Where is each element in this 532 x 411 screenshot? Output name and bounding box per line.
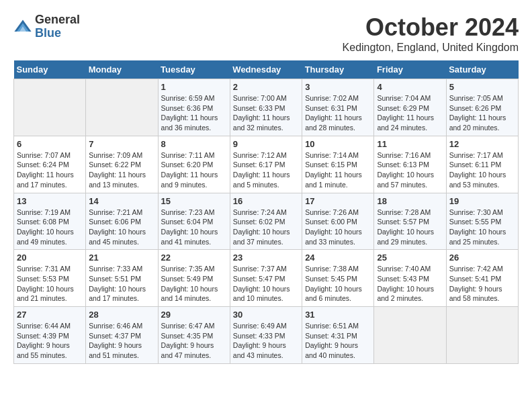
day-info: Sunrise: 7:21 AMSunset: 6:06 PMDaylight:… — [89, 208, 154, 247]
day-number: 12 — [449, 139, 515, 149]
day-number: 21 — [89, 253, 154, 263]
day-info: Sunrise: 6:59 AMSunset: 6:36 PMDaylight:… — [161, 93, 227, 133]
day-number: 14 — [89, 196, 154, 206]
day-number: 8 — [161, 139, 227, 149]
day-info: Sunrise: 7:38 AMSunset: 5:45 PMDaylight:… — [305, 264, 371, 304]
calendar-day-cell: 21Sunrise: 7:33 AMSunset: 5:51 PMDayligh… — [86, 250, 158, 307]
calendar-day-cell: 5Sunrise: 7:05 AMSunset: 6:26 PMDaylight… — [446, 79, 518, 136]
day-number: 18 — [377, 196, 443, 206]
day-number: 31 — [305, 310, 371, 320]
day-number: 5 — [449, 82, 515, 92]
calendar-day-cell — [446, 307, 518, 364]
day-info: Sunrise: 7:30 AMSunset: 5:55 PMDaylight:… — [449, 208, 515, 247]
calendar-day-cell: 30Sunrise: 6:49 AMSunset: 4:33 PMDayligh… — [230, 307, 302, 364]
day-info: Sunrise: 6:46 AMSunset: 4:37 PMDaylight:… — [89, 321, 154, 361]
logo-icon — [13, 17, 32, 36]
day-info: Sunrise: 6:49 AMSunset: 4:33 PMDaylight:… — [233, 321, 299, 361]
day-info: Sunrise: 7:05 AMSunset: 6:26 PMDaylight:… — [449, 93, 515, 133]
calendar-day-cell — [86, 79, 158, 136]
calendar-body: 1Sunrise: 6:59 AMSunset: 6:36 PMDaylight… — [14, 79, 519, 364]
weekday-header: Saturday — [446, 60, 518, 79]
calendar-day-cell: 17Sunrise: 7:26 AMSunset: 6:00 PMDayligh… — [302, 193, 374, 250]
calendar-day-cell: 28Sunrise: 6:46 AMSunset: 4:37 PMDayligh… — [86, 307, 158, 364]
day-info: Sunrise: 7:37 AMSunset: 5:47 PMDaylight:… — [233, 264, 299, 304]
day-info: Sunrise: 7:04 AMSunset: 6:29 PMDaylight:… — [377, 93, 443, 133]
day-info: Sunrise: 7:31 AMSunset: 5:53 PMDaylight:… — [17, 264, 83, 304]
calendar-week-row: 13Sunrise: 7:19 AMSunset: 6:08 PMDayligh… — [14, 193, 519, 250]
calendar-day-cell: 4Sunrise: 7:04 AMSunset: 6:29 PMDaylight… — [374, 79, 446, 136]
day-info: Sunrise: 7:42 AMSunset: 5:41 PMDaylight:… — [449, 264, 515, 304]
calendar-week-row: 6Sunrise: 7:07 AMSunset: 6:24 PMDaylight… — [14, 136, 519, 193]
calendar-day-cell: 22Sunrise: 7:35 AMSunset: 5:49 PMDayligh… — [158, 250, 230, 307]
day-info: Sunrise: 7:00 AMSunset: 6:33 PMDaylight:… — [233, 93, 299, 133]
calendar-table: SundayMondayTuesdayWednesdayThursdayFrid… — [13, 60, 519, 364]
day-number: 2 — [233, 82, 299, 92]
location: Kedington, England, United Kingdom — [343, 42, 519, 54]
weekday-header: Sunday — [14, 60, 86, 79]
day-number: 1 — [161, 82, 227, 92]
calendar-day-cell: 7Sunrise: 7:09 AMSunset: 6:22 PMDaylight… — [86, 136, 158, 193]
day-number: 16 — [233, 196, 299, 206]
calendar-header: SundayMondayTuesdayWednesdayThursdayFrid… — [14, 60, 519, 79]
day-number: 7 — [89, 139, 154, 149]
day-info: Sunrise: 7:02 AMSunset: 6:31 PMDaylight:… — [305, 93, 371, 133]
day-number: 22 — [161, 253, 227, 263]
day-number: 30 — [233, 310, 299, 320]
day-info: Sunrise: 7:16 AMSunset: 6:13 PMDaylight:… — [377, 150, 443, 190]
day-info: Sunrise: 7:24 AMSunset: 6:02 PMDaylight:… — [233, 208, 299, 247]
day-number: 9 — [233, 139, 299, 149]
title-block: October 2024 Kedington, England, United … — [343, 13, 519, 54]
calendar-day-cell: 6Sunrise: 7:07 AMSunset: 6:24 PMDaylight… — [14, 136, 86, 193]
day-info: Sunrise: 7:07 AMSunset: 6:24 PMDaylight:… — [17, 150, 83, 190]
day-info: Sunrise: 7:28 AMSunset: 5:57 PMDaylight:… — [377, 208, 443, 247]
calendar-day-cell — [374, 307, 446, 364]
page-header: General Blue October 2024 Kedington, Eng… — [13, 13, 519, 54]
calendar-day-cell: 14Sunrise: 7:21 AMSunset: 6:06 PMDayligh… — [86, 193, 158, 250]
day-info: Sunrise: 7:14 AMSunset: 6:15 PMDaylight:… — [305, 150, 371, 190]
calendar-week-row: 20Sunrise: 7:31 AMSunset: 5:53 PMDayligh… — [14, 250, 519, 307]
calendar-week-row: 1Sunrise: 6:59 AMSunset: 6:36 PMDaylight… — [14, 79, 519, 136]
calendar-day-cell: 1Sunrise: 6:59 AMSunset: 6:36 PMDaylight… — [158, 79, 230, 136]
day-number: 19 — [449, 196, 515, 206]
day-info: Sunrise: 7:23 AMSunset: 6:04 PMDaylight:… — [161, 208, 227, 247]
weekday-header: Wednesday — [230, 60, 302, 79]
day-number: 25 — [377, 253, 443, 263]
day-number: 23 — [233, 253, 299, 263]
calendar-day-cell: 16Sunrise: 7:24 AMSunset: 6:02 PMDayligh… — [230, 193, 302, 250]
day-number: 29 — [161, 310, 227, 320]
day-info: Sunrise: 7:35 AMSunset: 5:49 PMDaylight:… — [161, 264, 227, 304]
day-number: 17 — [305, 196, 371, 206]
day-number: 27 — [17, 310, 83, 320]
calendar-day-cell: 13Sunrise: 7:19 AMSunset: 6:08 PMDayligh… — [14, 193, 86, 250]
day-info: Sunrise: 6:51 AMSunset: 4:31 PMDaylight:… — [305, 321, 371, 361]
calendar-day-cell: 23Sunrise: 7:37 AMSunset: 5:47 PMDayligh… — [230, 250, 302, 307]
calendar-day-cell: 25Sunrise: 7:40 AMSunset: 5:43 PMDayligh… — [374, 250, 446, 307]
logo-text: General Blue — [35, 13, 80, 40]
logo: General Blue — [13, 13, 80, 40]
calendar-day-cell: 10Sunrise: 7:14 AMSunset: 6:15 PMDayligh… — [302, 136, 374, 193]
day-info: Sunrise: 6:47 AMSunset: 4:35 PMDaylight:… — [161, 321, 227, 361]
day-number: 4 — [377, 82, 443, 92]
weekday-header: Friday — [374, 60, 446, 79]
calendar-day-cell: 19Sunrise: 7:30 AMSunset: 5:55 PMDayligh… — [446, 193, 518, 250]
day-info: Sunrise: 6:44 AMSunset: 4:39 PMDaylight:… — [17, 321, 83, 361]
day-number: 11 — [377, 139, 443, 149]
calendar-day-cell: 11Sunrise: 7:16 AMSunset: 6:13 PMDayligh… — [374, 136, 446, 193]
calendar-day-cell: 27Sunrise: 6:44 AMSunset: 4:39 PMDayligh… — [14, 307, 86, 364]
day-info: Sunrise: 7:40 AMSunset: 5:43 PMDaylight:… — [377, 264, 443, 304]
day-info: Sunrise: 7:09 AMSunset: 6:22 PMDaylight:… — [89, 150, 154, 190]
calendar-day-cell: 18Sunrise: 7:28 AMSunset: 5:57 PMDayligh… — [374, 193, 446, 250]
day-info: Sunrise: 7:11 AMSunset: 6:20 PMDaylight:… — [161, 150, 227, 190]
calendar-day-cell: 26Sunrise: 7:42 AMSunset: 5:41 PMDayligh… — [446, 250, 518, 307]
calendar-day-cell: 20Sunrise: 7:31 AMSunset: 5:53 PMDayligh… — [14, 250, 86, 307]
calendar-day-cell: 3Sunrise: 7:02 AMSunset: 6:31 PMDaylight… — [302, 79, 374, 136]
day-number: 15 — [161, 196, 227, 206]
calendar-day-cell: 9Sunrise: 7:12 AMSunset: 6:17 PMDaylight… — [230, 136, 302, 193]
day-number: 6 — [17, 139, 83, 149]
weekday-header: Monday — [86, 60, 158, 79]
calendar-day-cell — [14, 79, 86, 136]
day-info: Sunrise: 7:26 AMSunset: 6:00 PMDaylight:… — [305, 208, 371, 247]
day-number: 24 — [305, 253, 371, 263]
day-info: Sunrise: 7:12 AMSunset: 6:17 PMDaylight:… — [233, 150, 299, 190]
month-title: October 2024 — [343, 13, 519, 42]
